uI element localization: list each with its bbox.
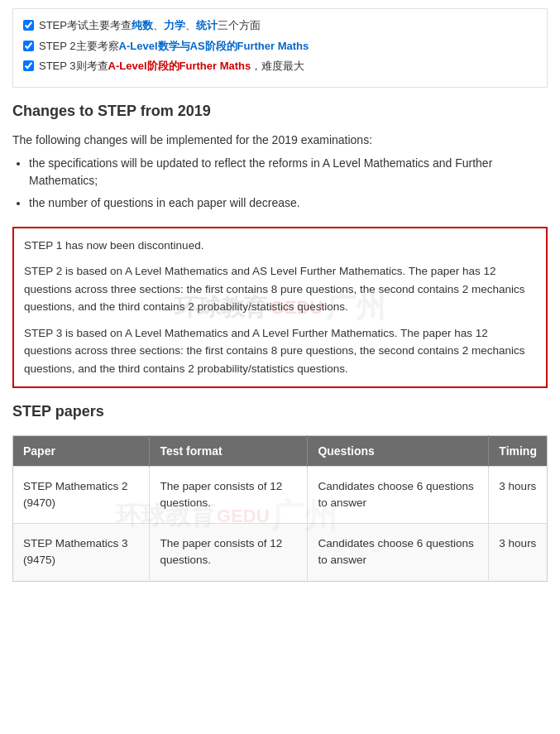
red-box-para-2: STEP 2 is based on A Level Mathematics a… bbox=[24, 262, 536, 316]
bullet-item-1: the specifications will be updated to re… bbox=[29, 155, 548, 189]
checklist-text-3: STEP 3则考查A-Level阶段的Further Maths，难度最大 bbox=[39, 58, 304, 74]
checklist-text-1: STEP考试主要考查纯数、力学、统计三个方面 bbox=[39, 17, 261, 34]
changes-intro: The following changes will be implemente… bbox=[12, 133, 548, 146]
row2-questions: Candidates choose 6 questions to answer bbox=[308, 524, 489, 582]
table-header-row: Paper Test format Questions Timing bbox=[13, 435, 548, 466]
checklist-item-3: STEP 3则考查A-Level阶段的Further Maths，难度最大 bbox=[23, 58, 537, 74]
col-header-paper: Paper bbox=[13, 435, 150, 466]
highlight-li: 力学 bbox=[164, 19, 185, 31]
checklist-checkbox-1[interactable] bbox=[23, 20, 34, 31]
table-row-1: STEP Mathematics 2 (9470) The paper cons… bbox=[13, 466, 548, 524]
changes-section: Changes to STEP from 2019 The following … bbox=[12, 103, 548, 212]
row1-questions: Candidates choose 6 questions to answer bbox=[308, 466, 489, 524]
row1-timing: 3 hours bbox=[489, 466, 548, 524]
table-row-2: STEP Mathematics 3 (9475) The paper cons… bbox=[13, 524, 548, 582]
row2-paper: STEP Mathematics 3 (9475) bbox=[13, 524, 150, 582]
col-header-timing: Timing bbox=[489, 435, 548, 466]
checklist-section: STEP考试主要考查纯数、力学、统计三个方面 STEP 2主要考察A-Level… bbox=[12, 8, 548, 88]
changes-bullet-list: the specifications will be updated to re… bbox=[29, 155, 548, 212]
checklist-item-1: STEP考试主要考查纯数、力学、统计三个方面 bbox=[23, 17, 537, 34]
row1-paper: STEP Mathematics 2 (9470) bbox=[13, 466, 150, 524]
bullet-item-2: the number of questions in each paper wi… bbox=[29, 194, 548, 212]
row2-timing: 3 hours bbox=[489, 524, 548, 582]
red-box-para-1: STEP 1 has now been discontinued. bbox=[24, 237, 536, 255]
col-header-questions: Questions bbox=[308, 435, 489, 466]
highlight-step2: A-Level数学与AS阶段的Further Maths bbox=[119, 40, 309, 52]
table-wrapper: Paper Test format Questions Timing STEP … bbox=[12, 435, 548, 582]
row2-test-format: The paper consists of 12 questions. bbox=[150, 524, 308, 582]
checklist-text-2: STEP 2主要考察A-Level数学与AS阶段的Further Maths bbox=[39, 38, 309, 55]
highlight-tong: 统计 bbox=[196, 19, 218, 31]
checklist-item-2: STEP 2主要考察A-Level数学与AS阶段的Further Maths bbox=[23, 38, 537, 55]
step-papers-title: STEP papers bbox=[12, 403, 548, 424]
page-wrapper: STEP考试主要考查纯数、力学、统计三个方面 STEP 2主要考察A-Level… bbox=[0, 0, 560, 607]
red-box-para-3: STEP 3 is based on A Level Mathematics a… bbox=[24, 324, 536, 378]
checklist-checkbox-2[interactable] bbox=[23, 41, 34, 51]
checklist-checkbox-3[interactable] bbox=[23, 60, 34, 71]
highlight-step3: A-Level阶段的Further Maths bbox=[108, 60, 251, 72]
changes-title: Changes to STEP from 2019 bbox=[12, 103, 548, 123]
col-header-test-format: Test format bbox=[150, 435, 308, 466]
row1-test-format: The paper consists of 12 questions. bbox=[150, 466, 308, 524]
red-border-box: STEP 1 has now been discontinued. STEP 2… bbox=[12, 227, 548, 388]
highlight-chun: 纯数 bbox=[132, 19, 153, 31]
step-papers-table: Paper Test format Questions Timing STEP … bbox=[12, 435, 548, 582]
step-papers-section: STEP papers Paper Test format Questions … bbox=[12, 403, 548, 582]
